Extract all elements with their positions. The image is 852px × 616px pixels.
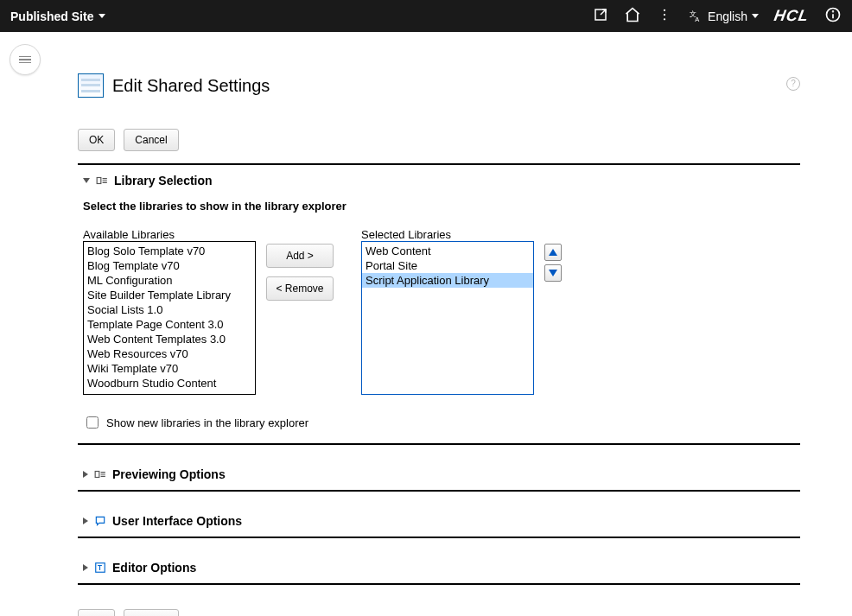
- brand-logo: HCL: [773, 7, 811, 25]
- selected-label: Selected Libraries: [361, 228, 534, 241]
- list-item[interactable]: Woodburn Studio Content: [84, 376, 255, 391]
- language-label: English: [708, 10, 747, 23]
- main-content: Edit Shared Settings ? OK Cancel Library…: [78, 32, 800, 616]
- ok-button-bottom[interactable]: OK: [78, 609, 115, 616]
- preview-settings-icon: [93, 468, 107, 480]
- more-menu-icon[interactable]: [657, 7, 672, 25]
- arrow-down-icon: [549, 270, 557, 276]
- info-icon[interactable]: [824, 6, 842, 26]
- list-item[interactable]: Script Application Library: [362, 273, 533, 288]
- page-title: Edit Shared Settings: [112, 76, 270, 96]
- section-previewing-header[interactable]: Previewing Options: [83, 467, 800, 481]
- section-title: User Interface Options: [112, 514, 242, 528]
- section-editor-options-header[interactable]: T Editor Options: [83, 561, 800, 575]
- top-bar: Published Site 文A English HCL: [0, 0, 852, 32]
- list-item[interactable]: Portal Site: [362, 258, 533, 273]
- show-new-libraries-label: Show new libraries in the library explor…: [106, 416, 308, 429]
- library-settings-icon: [95, 175, 109, 187]
- external-link-icon[interactable]: [593, 7, 608, 25]
- twisty-collapsed-icon: [83, 471, 88, 478]
- chevron-down-icon: [99, 14, 105, 18]
- available-libraries-list[interactable]: Blog Solo Template v70Blog Template v70M…: [83, 241, 256, 395]
- svg-rect-10: [95, 472, 99, 478]
- list-item[interactable]: Blog Template v70: [84, 258, 255, 273]
- svg-point-3: [664, 18, 665, 20]
- hamburger-icon: [19, 54, 31, 66]
- section-title: Library Selection: [114, 174, 213, 187]
- add-button[interactable]: Add >: [266, 244, 334, 268]
- twisty-collapsed-icon: [83, 564, 88, 571]
- site-selector[interactable]: Published Site: [10, 10, 105, 23]
- cancel-button[interactable]: Cancel: [124, 129, 178, 151]
- available-label: Available Libraries: [83, 228, 256, 241]
- list-item[interactable]: Web Content: [362, 244, 533, 258]
- chevron-down-icon: [752, 14, 759, 18]
- list-item[interactable]: Template Page Content 3.0: [84, 317, 255, 332]
- move-down-button[interactable]: [544, 264, 562, 282]
- svg-rect-9: [97, 178, 101, 184]
- section-title: Previewing Options: [112, 467, 226, 481]
- menu-button[interactable]: [10, 44, 41, 75]
- twisty-expanded-icon: [83, 178, 90, 183]
- show-new-libraries-checkbox[interactable]: [86, 416, 99, 429]
- language-selector[interactable]: 文A English: [688, 9, 759, 24]
- svg-point-8: [833, 11, 834, 12]
- twisty-collapsed-icon: [83, 518, 88, 524]
- list-item[interactable]: Web Content Templates 3.0: [84, 332, 255, 346]
- home-icon[interactable]: [624, 6, 641, 26]
- list-item[interactable]: Social Lists 1.0: [84, 302, 255, 317]
- svg-point-2: [664, 14, 665, 16]
- cancel-button-bottom[interactable]: Cancel: [124, 609, 178, 616]
- svg-text:A: A: [695, 16, 699, 23]
- remove-button[interactable]: < Remove: [266, 276, 334, 301]
- text-edit-icon: T: [93, 562, 107, 574]
- help-icon[interactable]: ?: [786, 77, 800, 91]
- section-library-selection: Library Selection Select the libraries t…: [78, 165, 800, 445]
- list-item[interactable]: Site Builder Template Library: [84, 288, 255, 302]
- section-ui-options-header[interactable]: User Interface Options: [83, 514, 800, 528]
- arrow-up-icon: [549, 249, 557, 256]
- svg-point-1: [664, 10, 665, 11]
- list-item[interactable]: ML Configuration: [84, 273, 255, 288]
- section-title: Editor Options: [112, 561, 196, 575]
- site-label: Published Site: [10, 10, 93, 23]
- selected-libraries-list[interactable]: Web ContentPortal SiteScript Application…: [361, 241, 534, 395]
- ok-button[interactable]: OK: [78, 129, 115, 151]
- library-instruction: Select the libraries to show in the libr…: [83, 200, 800, 213]
- list-item[interactable]: Web Resources v70: [84, 346, 255, 361]
- list-item[interactable]: Wiki Template v70: [84, 361, 255, 376]
- speech-bubble-icon: [93, 515, 107, 527]
- svg-text:T: T: [98, 564, 102, 572]
- move-up-button[interactable]: [544, 244, 562, 261]
- list-item[interactable]: Woodburn Studio Content French: [84, 391, 255, 395]
- settings-page-icon: [78, 73, 104, 98]
- section-library-header[interactable]: Library Selection: [83, 174, 800, 187]
- list-item[interactable]: Blog Solo Template v70: [84, 244, 255, 258]
